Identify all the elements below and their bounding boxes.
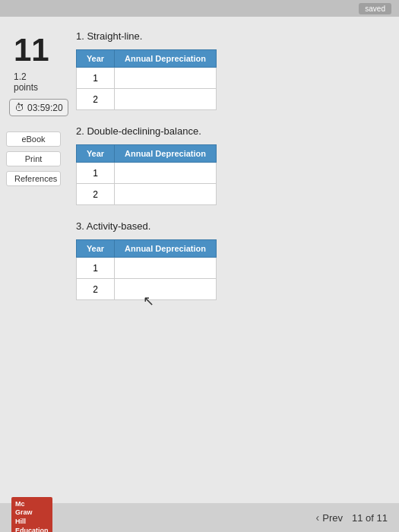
table-row: 1	[77, 68, 217, 89]
annual-input-cell[interactable]	[115, 68, 217, 89]
year-cell: 2	[77, 184, 115, 205]
header-year-2: Year	[77, 145, 115, 163]
annual-input-3-2[interactable]	[121, 283, 210, 295]
prev-button[interactable]: ‹ Prev	[316, 511, 343, 524]
header-annual-1: Annual Depreciation	[115, 50, 217, 68]
section-1-title: 1. Straight-line.	[76, 30, 391, 42]
content-area: 1. Straight-line. Year Annual Depreciati…	[68, 24, 399, 321]
annual-input-cell[interactable]	[115, 89, 217, 110]
footer: Mc Graw Hill Education ‹ Prev 11 of 11	[0, 503, 399, 532]
chevron-left-icon: ‹	[316, 511, 320, 524]
header-annual-3: Annual Depreciation	[115, 240, 217, 258]
section-2: 2. Double-declining-balance. Year Annual…	[76, 125, 391, 205]
annual-input-3-1[interactable]	[121, 262, 210, 274]
header-year-3: Year	[77, 240, 115, 258]
print-button[interactable]: Print	[6, 151, 61, 166]
annual-input-1-1[interactable]	[121, 72, 210, 84]
annual-input-2-2[interactable]	[121, 188, 210, 200]
section-3-title: 3. Activity-based.	[76, 220, 391, 232]
table-double-declining: Year Annual Depreciation 1 2	[76, 144, 217, 205]
table-row: 1	[77, 163, 217, 184]
points-label: 1.2 points	[14, 71, 38, 93]
timer-box: ⏱ 03:59:20	[9, 99, 68, 116]
year-cell: 1	[77, 163, 115, 184]
section-2-title: 2. Double-declining-balance.	[76, 125, 391, 137]
timer-value: 03:59:20	[27, 103, 63, 113]
annual-input-2-1[interactable]	[121, 167, 210, 179]
table-row: 2	[77, 89, 217, 110]
header-annual-2: Annual Depreciation	[115, 145, 217, 163]
annual-input-cell[interactable]	[115, 279, 217, 300]
section-1: 1. Straight-line. Year Annual Depreciati…	[76, 30, 391, 110]
saved-badge: saved	[359, 3, 391, 14]
annual-input-cell[interactable]	[115, 184, 217, 205]
annual-input-cell[interactable]	[115, 163, 217, 184]
top-bar: saved	[0, 0, 399, 17]
timer-icon: ⏱	[14, 102, 24, 113]
table-row: 1	[77, 258, 217, 279]
page-indicator: 11 of 11	[352, 512, 388, 524]
ebook-button[interactable]: eBook	[6, 131, 61, 147]
table-straight-line: Year Annual Depreciation 1 2	[76, 49, 217, 110]
table-row: 2	[77, 184, 217, 205]
table-activity-based: Year Annual Depreciation 1 2	[76, 239, 217, 300]
references-button[interactable]: References	[6, 171, 61, 186]
sidebar: 11 1.2 points ⏱ 03:59:20 eBook Print Ref…	[0, 24, 68, 321]
table-row: 2	[77, 279, 217, 300]
section-3: 3. Activity-based. Year Annual Depreciat…	[76, 220, 391, 300]
year-cell: 1	[77, 258, 115, 279]
question-number: 11	[14, 32, 49, 68]
year-cell: 1	[77, 68, 115, 89]
nav-controls: ‹ Prev 11 of 11	[316, 511, 388, 524]
year-cell: 2	[77, 279, 115, 300]
annual-input-1-2[interactable]	[121, 93, 210, 105]
header-year-1: Year	[77, 50, 115, 68]
year-cell: 2	[77, 89, 115, 110]
annual-input-cell[interactable]	[115, 258, 217, 279]
mcgraw-logo: Mc Graw Hill Education	[11, 497, 52, 532]
prev-label: Prev	[322, 512, 343, 524]
